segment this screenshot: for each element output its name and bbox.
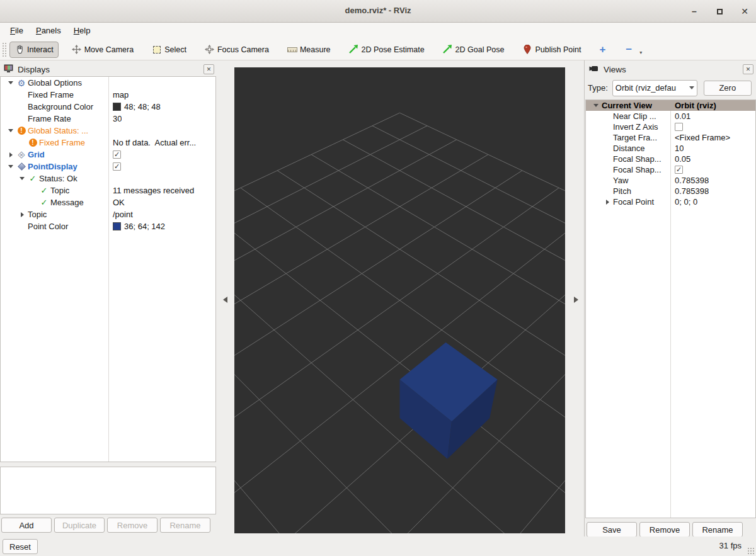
maximize-icon[interactable] <box>714 6 724 16</box>
collapse-left-handle[interactable] <box>219 287 231 312</box>
duplicate-button: Duplicate <box>54 518 105 533</box>
tool-publish-point[interactable]: Publish Point <box>517 42 586 58</box>
minimize-icon[interactable]: – <box>689 6 699 16</box>
property-label: Near Clip ... <box>612 111 656 121</box>
collapse-arrow-icon[interactable] <box>17 212 27 217</box>
property-value: 0; 0; 0 <box>675 197 697 207</box>
expand-arrow-icon[interactable] <box>6 165 16 168</box>
grid-icon: ⊞ <box>16 149 26 160</box>
tree-row-focal-shap-[interactable]: Focal Shap...0.05 <box>586 154 755 164</box>
property-label: Distance <box>612 144 645 153</box>
tree-property-cell: ⊞Grid <box>1 149 109 161</box>
expand-arrow-icon[interactable] <box>6 81 16 84</box>
displays-horizontal-splitter[interactable] <box>0 462 216 467</box>
rename-button[interactable]: Rename <box>692 522 743 537</box>
tree-row-near-clip-[interactable]: Near Clip ...0.01 <box>586 111 755 122</box>
tool-interact[interactable]: Interact <box>9 42 59 58</box>
remove-button[interactable]: Remove <box>639 522 690 537</box>
tree-row-focal-shap-[interactable]: Focal Shap...✓ <box>586 164 755 175</box>
ok-check-icon: ✓ <box>41 198 48 207</box>
tree-row-invert-z-axis[interactable]: Invert Z Axis <box>586 122 755 132</box>
property-label: Current View <box>601 101 652 110</box>
tree-value-cell: ✓ <box>671 164 683 175</box>
property-label: Fixed Frame <box>38 138 85 147</box>
tree-property-cell: PointDisplay <box>1 161 109 173</box>
toolbar-drag-handle-icon[interactable] <box>2 42 7 57</box>
tree-row-fixed-frame[interactable]: !Fixed FrameNo tf data. Actual err... <box>1 137 215 149</box>
expand-arrow-icon[interactable] <box>17 177 27 180</box>
property-value: 10 <box>675 144 684 153</box>
titlebar[interactable]: demo.rviz* - RViz – ✕ <box>0 0 756 23</box>
tree-value-cell <box>109 173 113 184</box>
property-label: Global Options <box>27 78 82 88</box>
tool-2d-pose-estimate[interactable]: 2D Pose Estimate <box>344 42 430 58</box>
menu-item-file[interactable]: File <box>4 23 30 39</box>
row-icon-slot: ! <box>16 127 27 135</box>
expand-arrow-icon[interactable] <box>591 104 601 107</box>
tree-value-cell: 0.785398 <box>671 186 709 196</box>
color-swatch <box>113 222 121 230</box>
checkbox[interactable] <box>675 123 683 131</box>
remove-tool-dropdown-icon[interactable]: ▾ <box>639 50 642 55</box>
tree-row-distance[interactable]: Distance10 <box>586 143 755 154</box>
menu-item-help[interactable]: Help <box>67 23 97 39</box>
collapse-arrow-icon[interactable] <box>602 200 612 205</box>
expand-arrow-icon[interactable] <box>6 129 16 132</box>
select-box-icon-shape <box>153 46 161 54</box>
tree-row-pitch[interactable]: Pitch0.785398 <box>586 186 755 196</box>
tree-row-frame-rate[interactable]: Frame Rate30 <box>1 113 215 125</box>
3d-viewport[interactable] <box>234 67 565 533</box>
tree-row-message[interactable]: ✓MessageOK <box>1 196 215 208</box>
tree-property-cell: !Fixed Frame <box>1 137 109 149</box>
3d-scene <box>234 67 565 533</box>
tree-row-status-ok[interactable]: ✓Status: Ok <box>1 173 215 184</box>
property-value: 36; 64; 142 <box>124 222 165 231</box>
property-value: 0.01 <box>675 111 690 121</box>
toolbar: InteractMove CameraSelectFocus CameraMea… <box>0 39 756 60</box>
tree-row-current-view[interactable]: Current ViewOrbit (rviz) <box>586 100 755 111</box>
tree-row-topic[interactable]: Topic/point <box>1 208 215 220</box>
tree-value-cell: 10 <box>671 143 684 154</box>
tool-measure[interactable]: Measure <box>282 42 336 58</box>
tool-move-camera[interactable]: Move Camera <box>67 42 139 58</box>
tree-row-target-fra-[interactable]: Target Fra...<Fixed Frame> <box>586 132 755 143</box>
tool-focus-camera[interactable]: Focus Camera <box>200 42 274 58</box>
property-label: Global Status: ... <box>27 126 88 135</box>
close-icon[interactable]: ✕ <box>740 6 750 16</box>
tool-2d-goal-pose[interactable]: 2D Goal Pose <box>438 42 510 58</box>
checkbox[interactable]: ✓ <box>675 166 683 174</box>
zero-button[interactable]: Zero <box>704 81 752 96</box>
displays-monitor-icon <box>4 64 13 75</box>
tool-select[interactable]: Select <box>147 42 192 58</box>
view-type-dropdown[interactable]: Orbit (rviz_defau <box>612 80 697 96</box>
tree-value-cell: 0.01 <box>671 111 690 122</box>
add-button[interactable]: Add <box>1 518 52 533</box>
reset-button[interactable]: Reset <box>3 539 38 554</box>
tree-row-point-color[interactable]: Point Color36; 64; 142 <box>1 220 215 232</box>
views-panel-splitter[interactable] <box>584 60 585 536</box>
collapse-right-handle[interactable] <box>570 287 582 312</box>
save-button[interactable]: Save <box>587 522 637 537</box>
checkbox[interactable]: ✓ <box>113 162 121 171</box>
menu-item-panels[interactable]: Panels <box>30 23 67 39</box>
tree-row-yaw[interactable]: Yaw0.785398 <box>586 175 755 186</box>
remove-tool-button[interactable]: − <box>621 42 637 57</box>
tree-row-global-options[interactable]: ⚙Global Options <box>1 77 215 89</box>
tree-row-fixed-frame[interactable]: Fixed Framemap <box>1 89 215 101</box>
property-value: 0.785398 <box>675 176 709 185</box>
tree-row-background-color[interactable]: Background Color48; 48; 48 <box>1 101 215 113</box>
collapse-arrow-icon[interactable] <box>6 152 16 157</box>
property-value: 0.785398 <box>675 186 709 196</box>
views-close-icon[interactable]: ✕ <box>743 64 753 74</box>
tree-row-grid[interactable]: ⊞Grid✓ <box>1 149 215 161</box>
add-tool-button[interactable]: + <box>594 42 610 57</box>
tree-row-topic[interactable]: ✓Topic11 messages received <box>1 184 215 196</box>
resize-grip-icon[interactable] <box>747 547 755 555</box>
property-label: PointDisplay <box>27 162 77 171</box>
property-label: Yaw <box>612 176 628 185</box>
tree-row-global-status-[interactable]: !Global Status: ... <box>1 125 215 137</box>
checkbox[interactable]: ✓ <box>113 150 121 159</box>
tree-row-focal-point[interactable]: Focal Point0; 0; 0 <box>586 196 755 207</box>
tree-row-pointdisplay[interactable]: PointDisplay✓ <box>1 161 215 173</box>
displays-close-icon[interactable]: ✕ <box>203 64 214 74</box>
